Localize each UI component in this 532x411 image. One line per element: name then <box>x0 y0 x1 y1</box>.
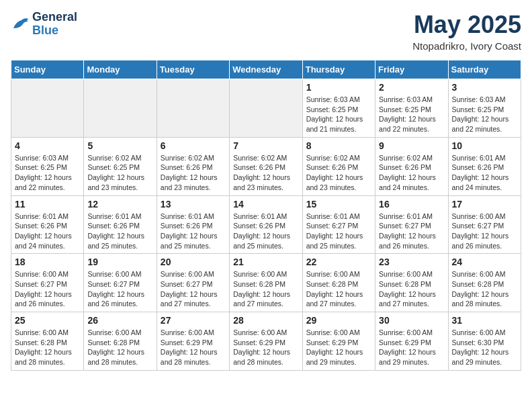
calendar-day-cell: 25Sunrise: 6:00 AM Sunset: 6:28 PM Dayli… <box>11 312 84 371</box>
day-info: Sunrise: 6:00 AM Sunset: 6:28 PM Dayligh… <box>87 328 152 367</box>
day-number: 24 <box>452 257 517 267</box>
day-info: Sunrise: 6:03 AM Sunset: 6:25 PM Dayligh… <box>452 95 517 134</box>
calendar-day-cell: 9Sunrise: 6:02 AM Sunset: 6:26 PM Daylig… <box>375 137 448 195</box>
day-info: Sunrise: 6:00 AM Sunset: 6:28 PM Dayligh… <box>379 269 444 309</box>
day-info: Sunrise: 6:02 AM Sunset: 6:26 PM Dayligh… <box>379 153 444 193</box>
calendar-day-cell: 15Sunrise: 6:01 AM Sunset: 6:27 PM Dayli… <box>302 195 375 254</box>
day-number: 21 <box>233 257 298 267</box>
day-number: 27 <box>161 315 226 326</box>
day-info: Sunrise: 6:00 AM Sunset: 6:27 PM Dayligh… <box>15 269 80 309</box>
logo: General Blue <box>11 11 77 38</box>
day-number: 8 <box>306 140 371 151</box>
calendar-day-cell: 27Sunrise: 6:00 AM Sunset: 6:29 PM Dayli… <box>157 312 229 371</box>
day-info: Sunrise: 6:01 AM Sunset: 6:26 PM Dayligh… <box>161 212 226 251</box>
calendar-day-cell: 28Sunrise: 6:00 AM Sunset: 6:29 PM Dayli… <box>230 312 302 371</box>
day-number: 7 <box>233 140 298 151</box>
weekday-header: Saturday <box>448 60 521 79</box>
calendar-day-cell <box>11 79 84 138</box>
calendar-day-cell <box>230 79 302 138</box>
day-info: Sunrise: 6:03 AM Sunset: 6:25 PM Dayligh… <box>306 95 371 134</box>
weekday-header: Monday <box>84 60 157 79</box>
day-info: Sunrise: 6:01 AM Sunset: 6:26 PM Dayligh… <box>452 153 517 193</box>
day-number: 19 <box>87 257 152 267</box>
day-number: 4 <box>15 140 80 151</box>
calendar-week-row: 4Sunrise: 6:03 AM Sunset: 6:25 PM Daylig… <box>11 137 521 195</box>
calendar-day-cell: 19Sunrise: 6:00 AM Sunset: 6:27 PM Dayli… <box>84 254 157 312</box>
day-number: 10 <box>452 140 517 151</box>
day-number: 28 <box>233 315 298 326</box>
day-number: 30 <box>379 315 444 326</box>
page-header: General Blue May 2025 Ntopadrikro, Ivory… <box>11 11 521 52</box>
day-info: Sunrise: 6:00 AM Sunset: 6:29 PM Dayligh… <box>306 328 371 367</box>
title-block: May 2025 Ntopadrikro, Ivory Coast <box>412 11 521 52</box>
calendar-day-cell: 13Sunrise: 6:01 AM Sunset: 6:26 PM Dayli… <box>157 195 229 254</box>
calendar-day-cell: 6Sunrise: 6:02 AM Sunset: 6:26 PM Daylig… <box>157 137 229 195</box>
day-number: 23 <box>379 257 444 267</box>
calendar-day-cell: 2Sunrise: 6:03 AM Sunset: 6:25 PM Daylig… <box>375 79 448 138</box>
day-info: Sunrise: 6:00 AM Sunset: 6:28 PM Dayligh… <box>233 269 298 309</box>
day-info: Sunrise: 6:01 AM Sunset: 6:27 PM Dayligh… <box>379 212 444 251</box>
day-info: Sunrise: 6:00 AM Sunset: 6:28 PM Dayligh… <box>452 269 517 309</box>
day-info: Sunrise: 6:00 AM Sunset: 6:27 PM Dayligh… <box>452 212 517 251</box>
calendar-day-cell: 14Sunrise: 6:01 AM Sunset: 6:26 PM Dayli… <box>230 195 302 254</box>
day-number: 20 <box>161 257 226 267</box>
calendar-day-cell <box>84 79 157 138</box>
calendar-day-cell: 29Sunrise: 6:00 AM Sunset: 6:29 PM Dayli… <box>302 312 375 371</box>
weekday-header-row: SundayMondayTuesdayWednesdayThursdayFrid… <box>11 60 521 79</box>
calendar-week-row: 25Sunrise: 6:00 AM Sunset: 6:28 PM Dayli… <box>11 312 521 371</box>
day-info: Sunrise: 6:00 AM Sunset: 6:28 PM Dayligh… <box>15 328 80 367</box>
calendar-day-cell: 20Sunrise: 6:00 AM Sunset: 6:27 PM Dayli… <box>157 254 229 312</box>
day-info: Sunrise: 6:00 AM Sunset: 6:30 PM Dayligh… <box>452 328 517 367</box>
day-info: Sunrise: 6:02 AM Sunset: 6:26 PM Dayligh… <box>161 153 226 193</box>
weekday-header: Friday <box>375 60 448 79</box>
calendar-week-row: 11Sunrise: 6:01 AM Sunset: 6:26 PM Dayli… <box>11 195 521 254</box>
location: Ntopadrikro, Ivory Coast <box>412 40 521 52</box>
day-info: Sunrise: 6:00 AM Sunset: 6:29 PM Dayligh… <box>379 328 444 367</box>
calendar-table: SundayMondayTuesdayWednesdayThursdayFrid… <box>11 60 521 371</box>
day-number: 26 <box>87 315 152 326</box>
day-number: 25 <box>15 315 80 326</box>
calendar-day-cell: 10Sunrise: 6:01 AM Sunset: 6:26 PM Dayli… <box>448 137 521 195</box>
day-number: 31 <box>452 315 517 326</box>
day-info: Sunrise: 6:02 AM Sunset: 6:26 PM Dayligh… <box>233 153 298 193</box>
day-number: 5 <box>87 140 152 151</box>
day-info: Sunrise: 6:00 AM Sunset: 6:29 PM Dayligh… <box>233 328 298 367</box>
day-number: 22 <box>306 257 371 267</box>
day-number: 6 <box>161 140 226 151</box>
calendar-day-cell: 1Sunrise: 6:03 AM Sunset: 6:25 PM Daylig… <box>302 79 375 138</box>
day-number: 1 <box>306 82 371 93</box>
day-info: Sunrise: 6:00 AM Sunset: 6:29 PM Dayligh… <box>161 328 226 367</box>
calendar-day-cell: 30Sunrise: 6:00 AM Sunset: 6:29 PM Dayli… <box>375 312 448 371</box>
month-title: May 2025 <box>412 11 521 39</box>
day-number: 13 <box>161 199 226 210</box>
day-number: 9 <box>379 140 444 151</box>
day-info: Sunrise: 6:02 AM Sunset: 6:25 PM Dayligh… <box>87 153 152 193</box>
logo-text: General Blue <box>32 11 77 38</box>
day-info: Sunrise: 6:00 AM Sunset: 6:27 PM Dayligh… <box>87 269 152 309</box>
weekday-header: Thursday <box>302 60 375 79</box>
calendar-day-cell: 4Sunrise: 6:03 AM Sunset: 6:25 PM Daylig… <box>11 137 84 195</box>
calendar-day-cell: 11Sunrise: 6:01 AM Sunset: 6:26 PM Dayli… <box>11 195 84 254</box>
weekday-header: Sunday <box>11 60 84 79</box>
calendar-day-cell: 21Sunrise: 6:00 AM Sunset: 6:28 PM Dayli… <box>230 254 302 312</box>
day-info: Sunrise: 6:00 AM Sunset: 6:27 PM Dayligh… <box>161 269 226 309</box>
calendar-day-cell: 31Sunrise: 6:00 AM Sunset: 6:30 PM Dayli… <box>448 312 521 371</box>
calendar-day-cell: 12Sunrise: 6:01 AM Sunset: 6:26 PM Dayli… <box>84 195 157 254</box>
weekday-header: Tuesday <box>157 60 229 79</box>
calendar-day-cell: 8Sunrise: 6:02 AM Sunset: 6:26 PM Daylig… <box>302 137 375 195</box>
day-number: 29 <box>306 315 371 326</box>
calendar-day-cell: 18Sunrise: 6:00 AM Sunset: 6:27 PM Dayli… <box>11 254 84 312</box>
day-number: 16 <box>379 199 444 210</box>
day-info: Sunrise: 6:01 AM Sunset: 6:26 PM Dayligh… <box>15 212 80 251</box>
day-info: Sunrise: 6:03 AM Sunset: 6:25 PM Dayligh… <box>379 95 444 134</box>
weekday-header: Wednesday <box>230 60 302 79</box>
calendar-day-cell: 17Sunrise: 6:00 AM Sunset: 6:27 PM Dayli… <box>448 195 521 254</box>
day-number: 2 <box>379 82 444 93</box>
calendar-day-cell: 7Sunrise: 6:02 AM Sunset: 6:26 PM Daylig… <box>230 137 302 195</box>
day-number: 11 <box>15 199 80 210</box>
day-info: Sunrise: 6:01 AM Sunset: 6:26 PM Dayligh… <box>87 212 152 251</box>
calendar-day-cell <box>157 79 229 138</box>
day-info: Sunrise: 6:01 AM Sunset: 6:27 PM Dayligh… <box>306 212 371 251</box>
calendar-day-cell: 26Sunrise: 6:00 AM Sunset: 6:28 PM Dayli… <box>84 312 157 371</box>
calendar-day-cell: 16Sunrise: 6:01 AM Sunset: 6:27 PM Dayli… <box>375 195 448 254</box>
